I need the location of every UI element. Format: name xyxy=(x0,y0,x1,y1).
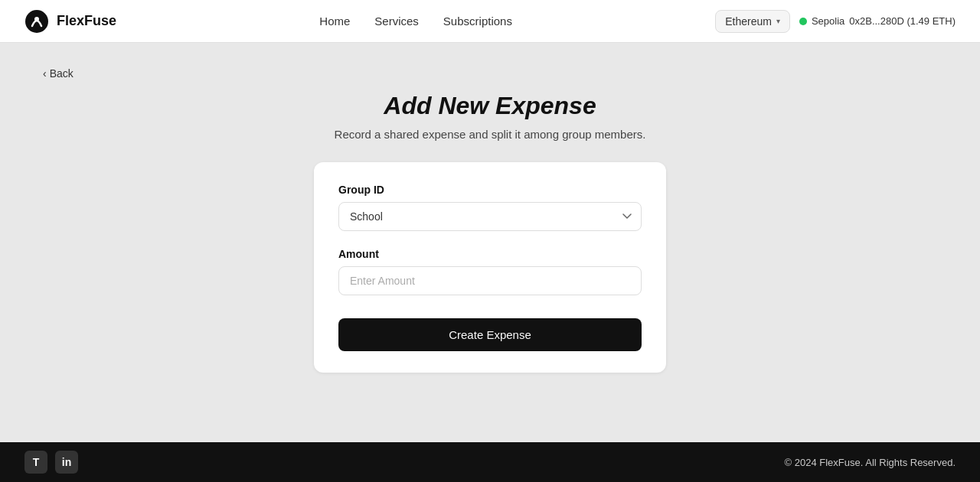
group-id-label: Group ID xyxy=(338,184,642,196)
back-button[interactable]: ‹ Back xyxy=(43,67,74,80)
create-expense-button[interactable]: Create Expense xyxy=(338,318,642,351)
amount-input[interactable] xyxy=(338,266,642,295)
chevron-left-icon: ‹ xyxy=(43,67,47,80)
nav-services[interactable]: Services xyxy=(374,15,419,28)
amount-label: Amount xyxy=(338,248,642,260)
brand-logo: FlexFuse xyxy=(24,9,116,34)
wallet-status-icon xyxy=(799,18,807,25)
nav-links: Home Services Subscriptions xyxy=(319,15,512,28)
wallet-network: Sepolia xyxy=(812,15,844,27)
page-subtitle: Record a shared expense and split it amo… xyxy=(335,128,646,141)
group-id-select[interactable]: School Work Friends Family xyxy=(338,202,642,231)
network-selector[interactable]: Ethereum ▾ xyxy=(715,10,790,33)
navbar-right: Ethereum ▾ Sepolia 0x2B...280D (1.49 ETH… xyxy=(715,10,956,33)
amount-field: Amount xyxy=(338,248,642,295)
footer: T in © 2024 FlexFuse. All Rights Reserve… xyxy=(0,442,980,482)
brand-name: FlexFuse xyxy=(57,13,116,29)
network-label: Ethereum xyxy=(725,15,772,28)
nav-subscriptions[interactable]: Subscriptions xyxy=(443,15,512,28)
wallet-info: Sepolia 0x2B...280D (1.49 ETH) xyxy=(799,15,956,27)
page-title: Add New Expense xyxy=(384,92,596,120)
back-label: Back xyxy=(50,67,74,80)
social-links: T in xyxy=(24,451,78,474)
group-id-field: Group ID School Work Friends Family xyxy=(338,184,642,231)
nav-home[interactable]: Home xyxy=(319,15,350,28)
chevron-down-icon: ▾ xyxy=(776,17,780,25)
form-card: Group ID School Work Friends Family Amou… xyxy=(314,162,666,373)
copyright: © 2024 FlexFuse. All Rights Reserved. xyxy=(785,457,956,468)
navbar: FlexFuse Home Services Subscriptions Eth… xyxy=(0,0,980,43)
main-content: ‹ Back Add New Expense Record a shared e… xyxy=(0,43,980,442)
wallet-address: 0x2B...280D (1.49 ETH) xyxy=(849,15,956,27)
twitter-icon[interactable]: T xyxy=(24,451,47,474)
logo-icon xyxy=(24,9,49,34)
linkedin-icon[interactable]: in xyxy=(55,451,78,474)
svg-point-1 xyxy=(34,17,39,21)
